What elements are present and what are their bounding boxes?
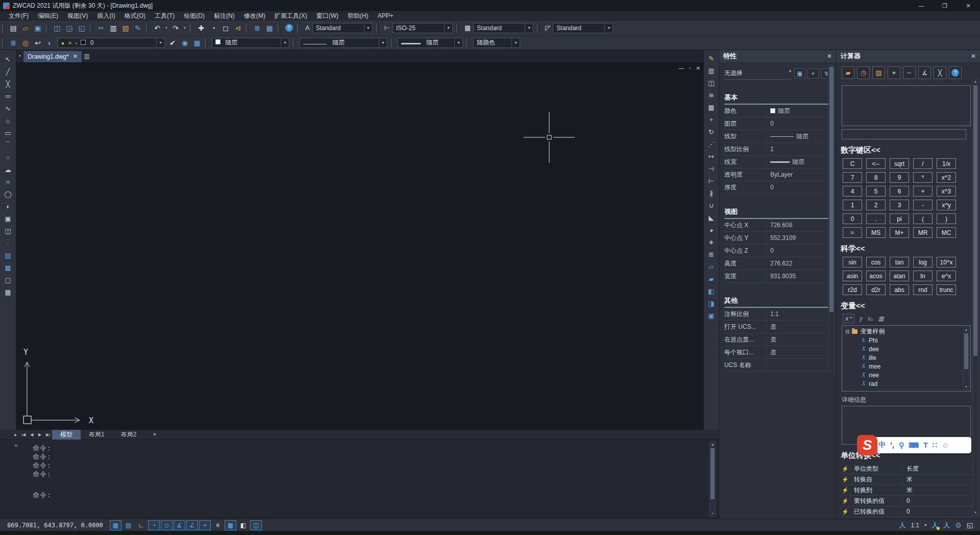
stretch-tool-icon[interactable]: ↦ [705,150,718,162]
dyn-input-toggle-icon[interactable]: ＋ [199,520,211,530]
calculator-header[interactable]: 计算器 ✕ [837,50,980,62]
linetype-select[interactable]: 随层 ▾ [300,38,387,48]
scroll-thumb[interactable] [964,333,968,369]
calculator-scrollbar[interactable]: ▲ ▾ [972,79,978,516]
viewport-toggle-icon[interactable]: ◫ [250,520,262,530]
scroll-down-icon[interactable]: ▾ [964,385,969,389]
annotation-toggle-icon[interactable]: ◧ [237,520,249,530]
layer-isolate-icon[interactable]: ◐ [44,37,56,49]
variables-section-title[interactable]: 变量<< [841,301,980,311]
mic-icon[interactable]: ⚲ [899,441,904,449]
point-tool-icon[interactable]: · [2,237,14,249]
toolbar-grip[interactable] [90,23,92,33]
calc-key-sqrt[interactable]: sqrt [890,158,909,169]
prop-value-color[interactable]: 随层 [766,105,831,117]
prop-value-ucs-name[interactable] [766,359,831,371]
calc-key-asin[interactable]: asin [843,271,862,281]
open-file-icon[interactable]: ▱ [19,22,32,34]
calc-key-divide[interactable]: / [913,158,933,169]
osnap-toggle-icon[interactable]: ◇ [161,520,173,530]
next-layout-icon[interactable]: ▶ [36,432,44,437]
history-icon[interactable]: ◷ [857,66,870,79]
new-document-tab-icon[interactable]: ▥ [82,53,92,60]
arc-tool-icon[interactable]: ⌒ [2,139,14,151]
calc-key-10x[interactable]: 10^x [937,257,956,268]
delete-variable-icon[interactable]: xₓ [868,315,873,322]
calc-key-minus[interactable]: - [913,200,933,210]
plot-icon[interactable]: ◫ [51,22,63,34]
calc-key-dot[interactable]: . [866,213,886,224]
calc-key-5[interactable]: 5 [866,186,886,197]
copy-clip-icon[interactable]: ▥ [107,22,119,34]
zoom-window-icon[interactable]: ◻ [219,22,232,34]
offset-tool-icon[interactable]: ≋ [705,89,718,101]
calc-key-7[interactable]: 7 [843,172,862,183]
chevron-down-icon[interactable]: ▾ [604,23,612,33]
prop-value-annoscale[interactable]: 1:1 [766,308,831,320]
menu-help[interactable]: 帮助(H) [343,11,373,20]
rectangle-tool-icon[interactable]: ▭ [2,127,14,139]
menu-draw[interactable]: 绘图(D) [179,11,209,20]
calc-key-ms[interactable]: MS [866,227,886,238]
table-tool-icon[interactable]: ▦ [2,286,14,298]
calc-key-3[interactable]: 3 [890,200,909,210]
calculator-close-icon[interactable]: ✕ [971,53,976,60]
chevron-down-icon[interactable]: ▾ [281,38,289,47]
new-variable-icon[interactable]: x⁺ [843,314,854,323]
match-properties-icon[interactable]: ✎ [132,22,144,34]
scroll-down-icon[interactable]: ▾ [973,510,978,515]
annotation-scale-icon[interactable]: 人 [899,521,905,530]
mleader-style-select[interactable]: Standard ▾ [553,23,613,33]
canvas-minimize-button[interactable]: — [679,65,684,71]
select-objects-button[interactable]: ⌖ [807,68,819,79]
annotation-scale-value[interactable]: 1:1 [911,522,919,529]
hatch-tool-icon[interactable]: ▨ [2,249,14,261]
calc-key-1[interactable]: 1 [843,200,862,210]
prop-value-linetype[interactable]: 随层 [766,130,831,142]
chevron-down-icon[interactable]: ▾ [924,523,926,527]
circle-tool-icon[interactable]: ○ [2,151,14,163]
sheetset-toggle-icon[interactable]: ◨ [705,297,718,309]
calc-key-backspace[interactable]: <-- [866,158,886,169]
scroll-up-icon[interactable]: ▲ [710,443,715,447]
variables-folder-row[interactable]: ⊟ 变量样例 [845,327,970,336]
designcenter-toggle-icon[interactable]: ▰ [705,273,718,285]
menu-express[interactable]: 扩展工具(X) [270,11,312,20]
calc-key-clear[interactable]: C [843,158,862,169]
toolbar-grip[interactable] [190,23,192,33]
pick-value-icon[interactable]: ⚡ [842,476,852,483]
calc-key-r2d[interactable]: r2d [843,284,862,295]
gear-icon[interactable]: ⚙ [955,521,962,529]
gradient-tool-icon[interactable]: ▩ [2,261,14,274]
calc-key-trunc[interactable]: trunc [937,284,956,295]
prop-value-layer[interactable]: 0 [766,117,831,130]
toolbar-grip[interactable] [376,23,379,33]
calc-input[interactable] [842,129,966,139]
chevron-down-icon[interactable]: ▾ [379,38,387,47]
calc-help-icon[interactable]: ? [949,66,962,79]
grid-toggle-icon[interactable]: ▤ [122,520,134,530]
toolbar-grip[interactable] [246,23,249,33]
mirror-tool-icon[interactable]: ◫ [705,77,718,89]
drawing-canvas[interactable]: — ▫ ✕ Y X [16,62,703,430]
polar-toggle-icon[interactable]: ◔ [148,520,160,530]
prop-value-height[interactable]: 276.622 [766,257,831,270]
variable-item[interactable]: kPhi [845,336,970,345]
calc-key-rparen[interactable]: ) [937,213,956,224]
quick-select-button[interactable]: ▣ [794,68,805,79]
calc-key-sin[interactable]: sin [843,257,862,268]
fillet-tool-icon[interactable]: ◕ [705,224,718,236]
join-tool-icon[interactable]: ∪ [705,199,718,211]
tab-model[interactable]: 模型 [52,430,81,440]
help-icon[interactable]: ? [283,22,295,34]
toolbar-grip[interactable] [391,38,394,47]
erase-tool-icon[interactable]: ✎ [705,52,718,64]
calc-key-9[interactable]: 9 [890,172,909,183]
ellipse-tool-icon[interactable]: ◯ [2,188,14,200]
command-window[interactable]: ✕ 命令: 命令: 命令: 命令: 命令: ▲ ▾ [0,440,719,519]
measure-angle-icon[interactable]: ∡ [918,66,931,79]
auto-annotation-icon[interactable]: 人 [943,521,950,530]
undo-icon[interactable]: ↶ [151,22,163,34]
zoom-previous-icon[interactable]: ⊲ [232,22,244,34]
tab-layout1[interactable]: 布局1 [81,430,113,440]
